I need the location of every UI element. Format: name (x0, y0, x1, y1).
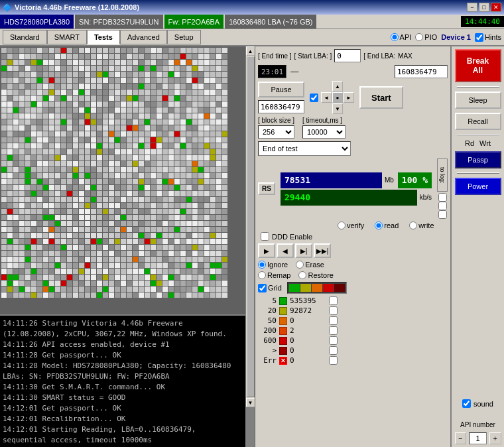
grid-cell (67, 281, 72, 286)
verify-radio-label[interactable]: verify (338, 222, 364, 229)
arrow-right[interactable]: ► (344, 92, 354, 103)
grid-checkbox[interactable] (258, 284, 267, 292)
passp-button[interactable]: Passp (455, 151, 501, 168)
step-fwd-button[interactable]: ▶| (295, 243, 312, 258)
api-radio-label[interactable]: API (391, 33, 412, 41)
grid-cell (192, 203, 198, 208)
write-radio[interactable] (409, 222, 417, 229)
api-radio[interactable] (391, 33, 399, 41)
api-plus-button[interactable]: + (489, 432, 501, 444)
grid-cell (121, 113, 126, 119)
grid-cell (168, 275, 174, 280)
tab-tests[interactable]: Tests (87, 30, 120, 44)
grid-cell (7, 281, 13, 286)
tab-setup[interactable]: Setup (167, 30, 201, 44)
hints-checkbox-label[interactable]: Hints (475, 33, 501, 42)
count-cb-200[interactable] (329, 326, 338, 335)
count-cb-50[interactable] (329, 316, 338, 325)
grid-cell (31, 78, 36, 83)
grid-cell (174, 209, 180, 214)
log-line: 14:12:01 Recalibration... OK (3, 414, 243, 424)
maximize-button[interactable]: □ (479, 3, 489, 12)
remap-radio[interactable] (258, 271, 266, 279)
remap-radio-label[interactable]: Remap (258, 271, 290, 279)
restore-radio-label[interactable]: Restore (298, 271, 334, 279)
arrow-down[interactable]: ▼ (332, 103, 343, 114)
grid-cell (121, 78, 126, 83)
status-dropdown[interactable]: End of test (258, 141, 351, 156)
grid-cell (139, 269, 144, 274)
sound-checkbox[interactable] (462, 399, 471, 408)
recall-button[interactable]: Recall (455, 113, 501, 130)
to-log-checkbox2[interactable] (438, 202, 447, 210)
grid-cell (85, 84, 90, 89)
start-lba-input[interactable] (334, 49, 361, 62)
pio-radio[interactable] (415, 33, 423, 41)
grid-cell (91, 131, 96, 137)
pause-button[interactable]: Pause (258, 82, 304, 97)
rs-button[interactable]: RS (258, 182, 275, 195)
ignore-radio-label[interactable]: Ignore (258, 261, 288, 269)
scroll-thumb[interactable] (247, 56, 255, 397)
grid-cell (61, 72, 66, 77)
grid-cell (180, 245, 186, 250)
grid-cell (115, 203, 120, 208)
block-size-select[interactable]: 256 (258, 125, 294, 139)
grid-cell (216, 84, 221, 89)
grid-cell (151, 143, 156, 149)
power-button[interactable]: Power (455, 178, 501, 195)
restore-radio[interactable] (298, 271, 306, 279)
pio-radio-label[interactable]: PIO (415, 33, 437, 41)
grid-checkbox-label[interactable]: Grid (258, 284, 282, 292)
scroll-down-arrow[interactable]: ▼ (246, 398, 255, 407)
grid-cell (157, 143, 162, 149)
sleep-button[interactable]: Sleep (455, 92, 501, 109)
tab-advanced[interactable]: Advanced (120, 30, 167, 44)
timeout-select[interactable]: 10000 (302, 125, 346, 139)
count-cb-20[interactable] (329, 306, 338, 315)
grid-cell (1, 113, 7, 119)
minimize-button[interactable]: − (467, 3, 477, 12)
tab-smart[interactable]: SMART (47, 30, 87, 44)
arrow-up[interactable]: ▲ (332, 81, 343, 92)
play-button[interactable]: ▶ (258, 243, 275, 258)
grid-cell (222, 167, 227, 172)
ignore-radio[interactable] (258, 261, 266, 269)
grid-cell (216, 233, 221, 238)
rewind-button[interactable]: ◀ (277, 243, 294, 258)
grid-cell (91, 137, 96, 143)
close-button[interactable]: ✕ (491, 3, 501, 12)
tab-standard[interactable]: Standard (3, 30, 47, 44)
hints-checkbox[interactable] (475, 33, 483, 42)
break-all-button[interactable]: BreakAll (455, 49, 501, 82)
end-lba-checkbox[interactable] (310, 94, 318, 102)
grid-cell (79, 203, 84, 208)
grid-cell (133, 161, 138, 166)
grid-cell (133, 287, 138, 292)
count-cb-err[interactable] (329, 356, 338, 365)
count-cb-gt[interactable] (329, 346, 338, 355)
end-button[interactable]: ▶▶| (314, 243, 331, 258)
verify-radio[interactable] (338, 222, 346, 229)
to-log-checkbox3[interactable] (438, 210, 447, 219)
count-cb-600[interactable] (329, 336, 338, 345)
read-radio-label[interactable]: read (375, 222, 399, 229)
write-radio-label[interactable]: write (409, 222, 434, 229)
scan-scrollbar[interactable]: ▲ ▼ (245, 46, 255, 407)
grid-cell (19, 245, 25, 250)
arrow-left[interactable]: ◄ (321, 92, 332, 103)
read-radio[interactable] (375, 222, 383, 229)
count-cb-5[interactable] (329, 296, 338, 305)
scroll-up-arrow[interactable]: ▲ (246, 46, 255, 56)
api-minus-button[interactable]: − (455, 432, 466, 444)
grid-cell (55, 263, 60, 268)
erase-radio[interactable] (296, 261, 304, 269)
start-button[interactable]: Start (359, 86, 403, 109)
erase-radio-label[interactable]: Erase (296, 261, 324, 269)
sound-label[interactable]: sound (462, 399, 493, 408)
to-log-checkbox[interactable] (438, 193, 447, 202)
grid-cell (157, 113, 162, 119)
ddd-label[interactable]: DDD Enable (261, 232, 312, 241)
ddd-checkbox[interactable] (261, 232, 269, 241)
grid-cell (174, 275, 180, 280)
